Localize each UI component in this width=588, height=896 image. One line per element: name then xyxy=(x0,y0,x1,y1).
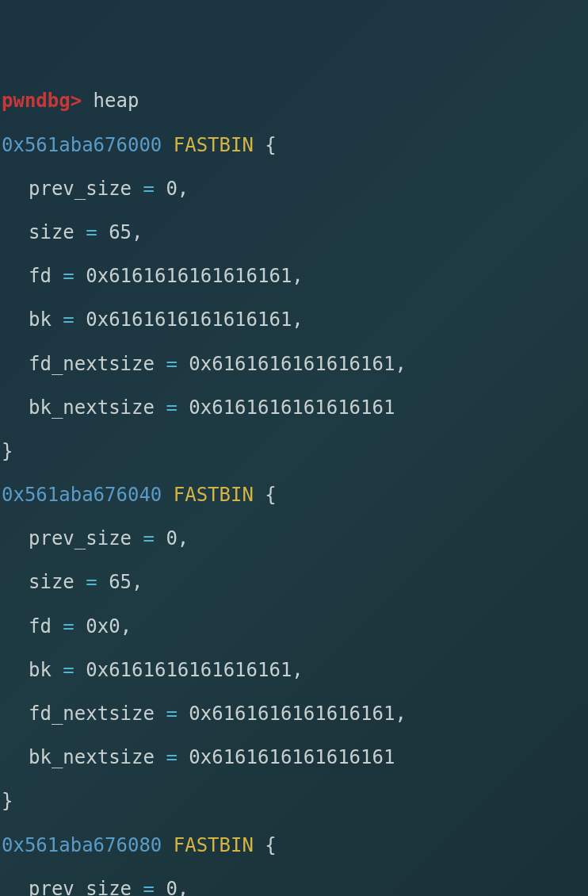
field-name: bk_nextsize xyxy=(29,396,155,419)
comma: , xyxy=(395,353,406,375)
field-value: 0x6161616161616161 xyxy=(189,703,395,725)
close-brace: } xyxy=(2,440,13,462)
field-name: fd_nextsize xyxy=(29,703,155,725)
comma: , xyxy=(292,308,303,331)
chunk-header: 0x561aba676080 FASTBIN { xyxy=(2,835,586,857)
chunk-header: 0x561aba676040 FASTBIN { xyxy=(2,484,586,507)
equals: = xyxy=(155,353,189,375)
chunk-field: prev_size = 0, xyxy=(2,178,586,201)
equals: = xyxy=(132,178,166,200)
chunk-field: fd_nextsize = 0x6161616161616161, xyxy=(2,354,586,376)
close-brace-line: } xyxy=(2,791,586,813)
chunk-label: FASTBIN xyxy=(174,134,254,156)
chunk-field: fd = 0x6161616161616161, xyxy=(2,266,586,288)
chunk-field: fd_nextsize = 0x6161616161616161, xyxy=(2,703,586,726)
chunk-field: bk = 0x6161616161616161, xyxy=(2,309,586,331)
comma: , xyxy=(292,265,303,287)
field-value: 0 xyxy=(166,527,177,549)
equals: = xyxy=(74,571,109,593)
chunk-field: bk = 0x6161616161616161, xyxy=(2,660,586,682)
equals: = xyxy=(52,615,86,638)
command-text: heap xyxy=(94,90,139,112)
prompt-line[interactable]: pwndbg> heap xyxy=(2,90,586,113)
field-name: fd xyxy=(29,265,52,287)
chunk-field: fd = 0x0, xyxy=(2,616,586,638)
close-brace-line: } xyxy=(2,441,586,463)
field-name: prev_size xyxy=(29,878,132,896)
comma: , xyxy=(120,615,132,638)
field-value: 0x6161616161616161 xyxy=(86,265,292,287)
equals: = xyxy=(155,703,189,725)
comma: , xyxy=(132,221,143,243)
field-name: size xyxy=(29,571,74,593)
chunk-address: 0x561aba676040 xyxy=(2,484,162,506)
chunk-header: 0x561aba676000 FASTBIN { xyxy=(2,135,586,157)
field-name: bk xyxy=(29,659,52,681)
field-value: 0x6161616161616161 xyxy=(189,746,395,768)
field-value: 0x0 xyxy=(86,615,120,638)
equals: = xyxy=(52,265,86,287)
prompt-label: pwndbg> xyxy=(2,90,82,112)
equals: = xyxy=(132,878,166,896)
equals: = xyxy=(52,308,86,331)
field-value: 0x6161616161616161 xyxy=(189,396,395,419)
field-value: 0 xyxy=(166,878,177,896)
field-value: 65 xyxy=(109,571,132,593)
chunk-address: 0x561aba676080 xyxy=(2,834,162,856)
comma: , xyxy=(132,571,143,593)
chunk-field: prev_size = 0, xyxy=(2,879,586,896)
equals: = xyxy=(155,396,189,419)
equals: = xyxy=(52,659,86,681)
chunk-field: bk_nextsize = 0x6161616161616161 xyxy=(2,397,586,419)
comma: , xyxy=(292,659,303,681)
comma: , xyxy=(178,527,189,549)
field-value: 0x6161616161616161 xyxy=(86,659,292,681)
chunk-field: size = 65, xyxy=(2,572,586,594)
chunk-field: prev_size = 0, xyxy=(2,528,586,550)
chunk-field: size = 65, xyxy=(2,222,586,244)
field-name: size xyxy=(29,221,74,243)
chunk-label: FASTBIN xyxy=(174,484,254,506)
field-name: bk_nextsize xyxy=(29,746,155,768)
field-name: prev_size xyxy=(29,527,132,549)
comma: , xyxy=(178,178,189,200)
field-name: fd_nextsize xyxy=(29,353,155,375)
close-brace: } xyxy=(2,790,13,812)
field-value: 65 xyxy=(109,221,132,243)
equals: = xyxy=(74,221,109,243)
open-brace: { xyxy=(254,834,277,856)
field-name: bk xyxy=(29,308,52,331)
chunk-label: FASTBIN xyxy=(174,834,254,856)
field-value: 0x6161616161616161 xyxy=(86,308,292,331)
field-name: prev_size xyxy=(29,178,132,200)
comma: , xyxy=(395,703,406,725)
equals: = xyxy=(132,527,166,549)
open-brace: { xyxy=(254,134,277,156)
equals: = xyxy=(155,746,189,768)
field-name: fd xyxy=(29,615,52,638)
field-value: 0 xyxy=(166,178,177,200)
comma: , xyxy=(178,878,189,896)
open-brace: { xyxy=(254,484,277,506)
chunk-field: bk_nextsize = 0x6161616161616161 xyxy=(2,747,586,769)
field-value: 0x6161616161616161 xyxy=(189,353,395,375)
chunk-address: 0x561aba676000 xyxy=(2,134,162,156)
